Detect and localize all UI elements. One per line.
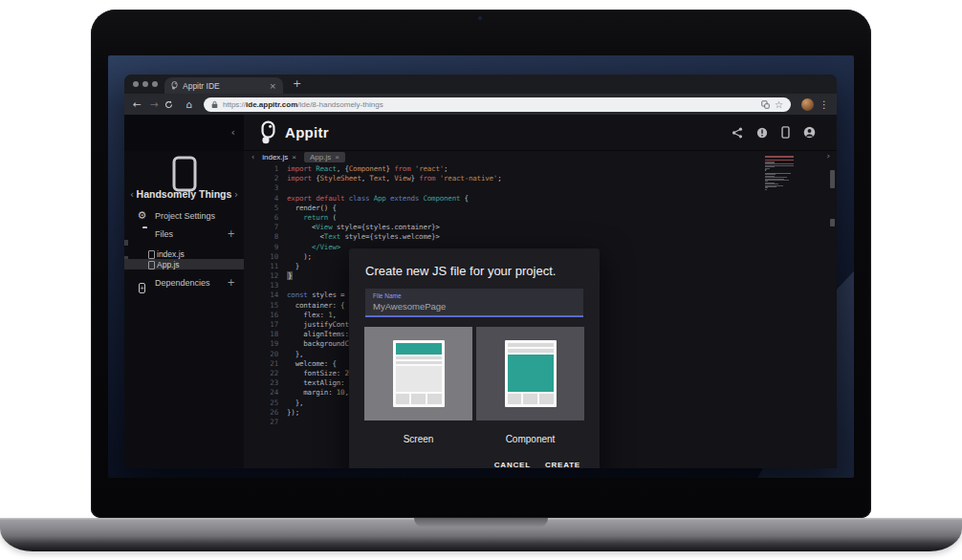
tabs-scroll-left-icon[interactable]: ‹: [251, 153, 254, 162]
home-button[interactable]: ⌂: [182, 98, 196, 110]
file-name: index.js: [157, 249, 185, 259]
bookmark-star-icon[interactable]: ☆: [775, 99, 783, 110]
browser-profile-avatar[interactable]: [801, 98, 814, 111]
window-zoom-button[interactable]: [152, 81, 158, 87]
close-tab-icon[interactable]: ×: [335, 153, 339, 162]
file-item-indexjs[interactable]: index.js: [124, 248, 244, 259]
screen-thumbnail: [393, 340, 445, 407]
desktop-wallpaper: Appitr IDE × + ← → ⌂: [108, 55, 854, 478]
laptop-mockup: Appitr IDE × + ← → ⌂: [0, 0, 962, 560]
laptop-base: [0, 518, 962, 551]
window-minimize-button[interactable]: [142, 81, 148, 87]
forward-button[interactable]: →: [147, 98, 162, 110]
editor-tab-label: App.js: [310, 153, 331, 162]
prev-project-icon[interactable]: ‹: [130, 189, 134, 200]
field-label: File Name: [373, 292, 576, 299]
back-button[interactable]: ←: [130, 98, 144, 110]
translate-icon[interactable]: [761, 100, 770, 109]
device-phone-icon[interactable]: [781, 126, 790, 139]
browser-toolbar: ← → ⌂ https://ide.appit: [124, 94, 837, 115]
option-component-label[interactable]: Component: [476, 434, 584, 444]
sidebar-item-label: Project Settings: [155, 211, 215, 221]
browser-menu-icon[interactable]: ⋮: [817, 98, 831, 110]
dialog-actions: CANCEL CREATE: [494, 461, 580, 468]
new-tab-button[interactable]: +: [293, 77, 301, 90]
account-icon[interactable]: [803, 126, 816, 139]
scrollbar-thumb[interactable]: [830, 219, 835, 226]
file-item-appjs[interactable]: App.js: [124, 259, 244, 269]
webcam-dot: [478, 16, 482, 20]
browser-tabstrip: Appitr IDE × +: [124, 75, 837, 94]
reload-button[interactable]: [164, 100, 179, 109]
editor-tab-label: index.js: [262, 153, 288, 162]
favicon-appitr-icon: [171, 81, 178, 90]
ide-brand: Appitr: [244, 115, 732, 150]
share-icon[interactable]: [732, 127, 743, 139]
field-value: MyAwesomePage: [373, 301, 576, 312]
project-phone-icon: [172, 156, 197, 192]
editor-tab-indexjs[interactable]: index.js ×: [262, 153, 296, 162]
file-name-field[interactable]: File Name MyAwesomePage: [365, 289, 583, 317]
component-thumbnail: [505, 340, 557, 407]
file-icon: [148, 261, 155, 269]
appitr-logo-icon: [260, 120, 276, 145]
tab-close-icon[interactable]: ×: [269, 81, 276, 91]
laptop-lid-notch: [414, 518, 548, 528]
ide-body: ‹ Handsomely Things › ⚙ Project Settings…: [124, 151, 837, 468]
file-name: App.js: [157, 260, 180, 269]
info-icon[interactable]: [756, 127, 768, 139]
browser-window: Appitr IDE × + ← → ⌂: [124, 75, 837, 468]
laptop-bezel: Appitr IDE × + ← → ⌂: [91, 10, 871, 518]
editor-tab-appjs[interactable]: App.js ×: [304, 152, 345, 162]
appitr-ide-page: ‹ Appitr: [124, 115, 837, 468]
sidebar-item-label: Files: [155, 229, 173, 239]
cancel-button[interactable]: CANCEL: [494, 461, 531, 468]
project-switcher: ‹ Handsomely Things ›: [124, 188, 244, 200]
project-sidebar: ‹ Handsomely Things › ⚙ Project Settings…: [124, 151, 244, 468]
ide-header-actions: [732, 115, 837, 150]
window-close-button[interactable]: [133, 81, 139, 87]
file-icon: [148, 250, 155, 259]
url-text: https://ide.appitr.com/ide/8-handsomely-…: [223, 100, 756, 109]
create-file-dialog: Create new JS file for your project. Fil…: [349, 248, 600, 468]
rail-mark: [124, 240, 128, 246]
editor-tabbar: ‹ index.js × App.js ×: [244, 151, 837, 163]
ide-header: ‹ Appitr: [124, 115, 837, 151]
sidebar-header: ‹: [124, 115, 244, 150]
add-file-button[interactable]: +: [228, 228, 235, 239]
next-project-icon[interactable]: ›: [234, 189, 238, 200]
option-screen[interactable]: [364, 327, 472, 420]
add-dependency-button[interactable]: +: [228, 277, 235, 288]
minimap[interactable]: [765, 156, 798, 192]
collapse-sidebar-icon[interactable]: ‹: [231, 126, 235, 139]
app-title: Appitr: [285, 124, 329, 140]
scrollbar-thumb[interactable]: [830, 170, 835, 188]
sidebar-item-label: Dependencies: [155, 278, 210, 288]
sidebar-item-dependencies[interactable]: + Dependencies +: [124, 276, 244, 291]
url-bar[interactable]: https://ide.appitr.com/ide/8-handsomely-…: [204, 97, 791, 112]
template-options: [364, 327, 584, 420]
project-name: Handsomely Things: [137, 188, 232, 200]
sidebar-item-files[interactable]: Files +: [124, 227, 244, 242]
reload-icon: [164, 100, 173, 109]
close-tab-icon[interactable]: ×: [292, 153, 296, 162]
lock-icon: [211, 100, 218, 109]
expand-panel-icon[interactable]: ›: [826, 151, 830, 161]
dependencies-icon: +: [136, 277, 148, 294]
gear-icon: ⚙: [136, 210, 148, 221]
tab-title: Appitr IDE: [183, 81, 264, 91]
dialog-title: Create new JS file for your project.: [365, 264, 556, 278]
sidebar-item-project-settings[interactable]: ⚙ Project Settings: [124, 209, 244, 224]
option-component[interactable]: [476, 327, 584, 420]
create-button[interactable]: CREATE: [545, 461, 580, 468]
option-screen-label[interactable]: Screen: [364, 434, 472, 444]
browser-tab[interactable]: Appitr IDE ×: [164, 77, 283, 94]
